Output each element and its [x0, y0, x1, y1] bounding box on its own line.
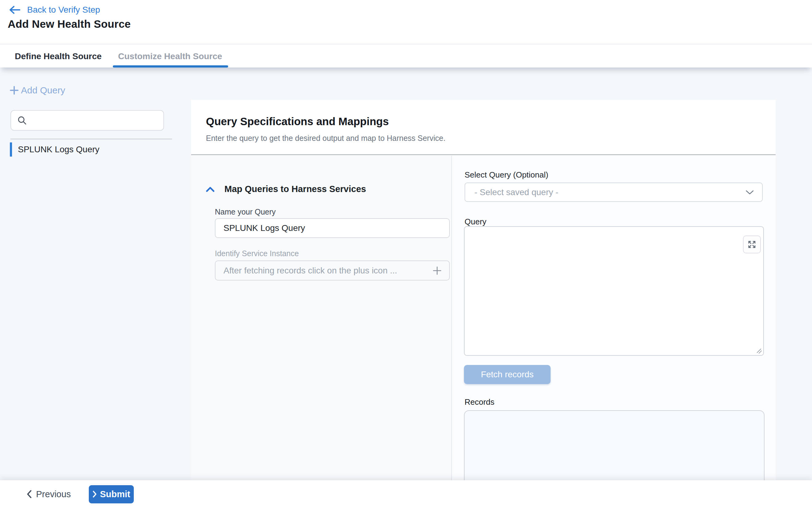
tab-bar: Define Health Source Customize Health So… [0, 44, 812, 68]
records-panel [464, 410, 765, 480]
tab-define-health-source[interactable]: Define Health Source [15, 44, 102, 68]
map-queries-column: Map Queries to Harness Services Name you… [191, 156, 452, 480]
back-arrow-icon [9, 5, 21, 14]
name-your-query-label: Name your Query [215, 207, 275, 216]
plus-icon [9, 85, 19, 95]
content-area: Add Query SPLUNK Logs Query Query Specif… [0, 68, 812, 480]
query-specifications-card: Query Specifications and Mappings Enter … [191, 100, 776, 480]
query-column: Select Query (Optional) - Select saved q… [452, 156, 776, 480]
map-queries-title: Map Queries to Harness Services [224, 184, 366, 194]
query-search-box [10, 110, 164, 131]
sidebar-divider [10, 139, 172, 139]
select-query-label: Select Query (Optional) [465, 170, 548, 180]
previous-button-label: Previous [36, 489, 71, 499]
panel-subtitle: Enter the query to get the desired outpu… [206, 134, 445, 143]
add-query-button[interactable]: Add Query [9, 85, 65, 95]
query-item-label: SPLUNK Logs Query [18, 144, 99, 155]
submit-button[interactable]: Submit [89, 485, 134, 503]
query-list-item[interactable]: SPLUNK Logs Query [10, 142, 99, 157]
search-input[interactable] [32, 116, 159, 125]
tab-customize-health-source[interactable]: Customize Health Source [118, 44, 222, 68]
expand-query-button[interactable] [743, 236, 761, 253]
query-name-input[interactable] [215, 218, 450, 238]
search-icon [17, 116, 27, 125]
expand-icon [747, 240, 756, 249]
back-link-label: Back to Verify Step [27, 5, 100, 15]
chevron-left-icon [26, 490, 32, 499]
fetch-records-button[interactable]: Fetch records [464, 365, 551, 384]
page-title: Add New Health Source [8, 18, 131, 30]
service-instance-field [215, 260, 450, 281]
identify-service-instance-label: Identify Service Instance [215, 249, 299, 258]
saved-query-select[interactable]: - Select saved query - [465, 182, 763, 202]
selected-accent-bar [10, 142, 12, 157]
active-tab-underline [113, 66, 228, 68]
resize-handle[interactable] [756, 348, 762, 353]
service-instance-input[interactable] [223, 266, 432, 276]
back-link[interactable]: Back to Verify Step [9, 5, 100, 15]
plus-icon[interactable] [432, 265, 442, 276]
chevron-right-icon [92, 491, 97, 498]
submit-button-label: Submit [100, 489, 130, 499]
saved-query-select-value: - Select saved query - [474, 187, 745, 197]
panel-title: Query Specifications and Mappings [206, 115, 389, 128]
records-label: Records [465, 397, 495, 407]
card-body: Map Queries to Harness Services Name you… [191, 156, 776, 480]
map-queries-collapse-toggle[interactable]: Map Queries to Harness Services [205, 184, 366, 194]
previous-button[interactable]: Previous [26, 489, 71, 499]
card-header: Query Specifications and Mappings Enter … [191, 100, 776, 155]
chevron-down-icon [745, 189, 754, 195]
add-query-label: Add Query [21, 85, 65, 95]
query-label: Query [465, 217, 486, 226]
app-header: Back to Verify Step Add New Health Sourc… [0, 0, 812, 44]
query-textarea[interactable] [464, 226, 764, 356]
footer-bar: Previous Submit [0, 480, 812, 508]
chevron-up-icon [205, 186, 215, 193]
